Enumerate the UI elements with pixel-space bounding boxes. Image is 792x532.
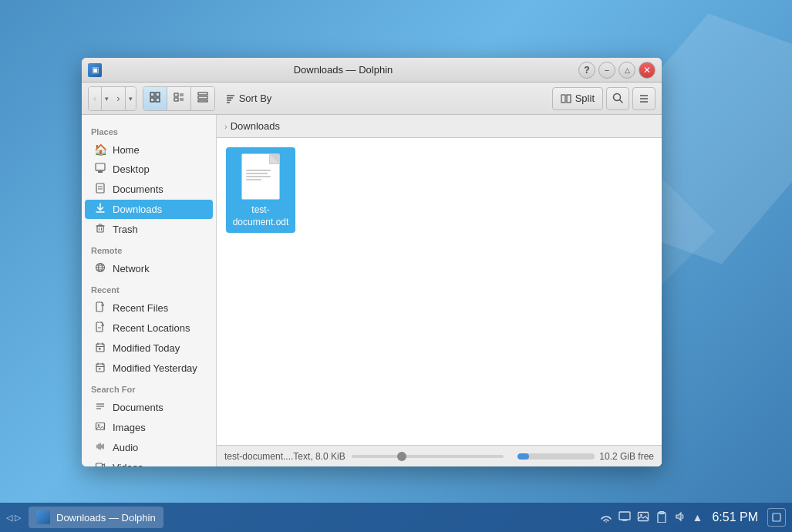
sidebar-item-search-images[interactable]: Images [85,418,213,437]
places-label: Places [82,121,216,140]
forward-button[interactable]: › [112,87,124,110]
hamburger-menu-button[interactable] [632,87,656,110]
svg-line-20 [619,100,622,103]
forward-dropdown[interactable]: ▾ [125,87,136,110]
taskbar-monitor-icon[interactable] [618,510,631,525]
sidebar-item-documents[interactable]: Documents [85,180,213,199]
status-file-info: test-document....Text, 8.0 KiB [224,451,345,462]
taskbar-clipboard-icon[interactable] [656,510,668,525]
odt-line-2 [246,173,268,174]
svg-point-61 [605,521,607,523]
modified-today-icon [94,342,106,355]
svg-rect-24 [96,163,105,170]
sidebar-item-network-label: Network [113,263,150,274]
sidebar-item-desktop-label: Desktop [113,163,150,175]
statusbar: test-document....Text, 8.0 KiB 10.2 GiB … [217,445,662,466]
taskbar-time: 6:51 PM [712,510,758,524]
back-button[interactable]: ‹ [89,87,101,110]
taskbar-screen-button[interactable] [767,508,786,527]
status-slider-thumb[interactable] [397,452,406,461]
file-item-test-document[interactable]: test-document.odt [226,147,295,233]
taskbar-network-icon[interactable] [600,510,612,525]
taskbar-pager: ◁ ▷ [6,513,21,523]
sort-by-button[interactable]: Sort By [218,87,279,110]
taskbar: ◁ ▷ Downloads — Dolphin ▲ 6:51 PM [0,503,792,532]
sidebar-item-downloads[interactable]: Downloads [85,200,213,219]
sidebar-item-desktop[interactable]: Desktop [85,160,213,179]
search-videos-icon [94,461,106,466]
recent-label: Recent [82,279,216,298]
file-name: test-document.odt [231,204,291,228]
storage-free-text: 10.2 GiB free [599,451,654,462]
svg-rect-62 [619,512,630,520]
compact-view-button[interactable] [167,87,191,110]
odt-icon [241,153,280,200]
odt-icon-corner [270,154,279,163]
home-icon: 🏠 [94,143,106,156]
sidebar-item-trash[interactable]: Trash [85,220,213,239]
breadcrumb-arrow: › [224,122,227,131]
sidebar-item-search-audio[interactable]: Audio [85,438,213,457]
taskbar-expand-icon[interactable]: ▲ [693,511,703,524]
taskbar-volume-icon[interactable] [674,510,686,525]
search-audio-icon [94,441,106,454]
file-grid[interactable]: test-document.odt [217,138,662,445]
sidebar-item-search-videos-label: Videos [113,462,143,466]
svg-rect-12 [198,100,207,102]
odt-line-1 [246,170,271,171]
split-button[interactable]: Split [552,87,603,110]
status-slider-container[interactable] [352,455,504,458]
svg-rect-10 [198,93,207,95]
svg-rect-69 [773,513,780,521]
odt-line-3 [246,176,271,177]
svg-rect-34 [99,224,102,226]
svg-rect-54 [99,368,101,370]
pager-left-arrow[interactable]: ◁ [6,513,12,523]
svg-rect-42 [96,302,103,311]
taskbar-window-item[interactable]: Downloads — Dolphin [29,507,163,528]
svg-rect-4 [174,93,178,96]
sidebar-item-search-videos[interactable]: Videos [85,458,213,466]
search-button[interactable] [606,87,629,110]
downloads-icon [94,203,106,216]
sidebar-item-network[interactable]: Network [85,259,213,278]
sidebar-item-modified-yesterday[interactable]: Modified Yesterday [85,359,213,378]
svg-point-65 [640,513,642,516]
toolbar-right: Split [552,87,656,110]
minimize-button[interactable]: − [598,62,615,79]
svg-point-59 [98,424,99,426]
back-dropdown[interactable]: ▾ [101,87,112,110]
help-button[interactable]: ? [578,62,595,79]
sidebar-item-home[interactable]: 🏠 Home [85,140,213,159]
details-view-button[interactable] [191,87,214,110]
svg-rect-0 [150,93,154,96]
pager-right-arrow[interactable]: ▷ [15,513,21,523]
svg-rect-43 [96,322,103,332]
maximize-button[interactable]: △ [618,62,635,79]
breadcrumb-location[interactable]: Downloads [231,120,280,132]
view-buttons [143,86,215,111]
sidebar-item-recent-files[interactable]: Recent Files [85,298,213,318]
svg-rect-17 [561,95,565,103]
file-area: › Downloads [217,115,662,466]
close-button[interactable]: ✕ [639,62,656,79]
sidebar-item-modified-today[interactable]: Modified Today [85,338,213,358]
sidebar-item-search-audio-label: Audio [113,442,138,453]
sidebar-item-home-label: Home [113,144,140,156]
sidebar-item-search-documents[interactable]: Documents [85,398,213,417]
sidebar-item-documents-label: Documents [113,184,163,195]
odt-line-4 [246,179,261,180]
network-icon [94,262,106,275]
desktop-icon [94,163,106,176]
taskbar-window-icon [36,510,50,524]
icon-view-button[interactable] [143,87,167,110]
documents-icon [94,183,106,196]
sidebar-item-search-documents-label: Documents [113,402,163,413]
taskbar-image-icon[interactable] [637,510,649,525]
sidebar-item-recent-locations[interactable]: Recent Locations [85,318,213,338]
sidebar-item-recent-files-label: Recent Files [113,302,168,314]
remote-label: Remote [82,240,216,258]
odt-icon-lines [242,167,279,184]
storage-bar-container: 10.2 GiB free [517,451,654,462]
sidebar-item-recent-locations-label: Recent Locations [113,322,190,334]
